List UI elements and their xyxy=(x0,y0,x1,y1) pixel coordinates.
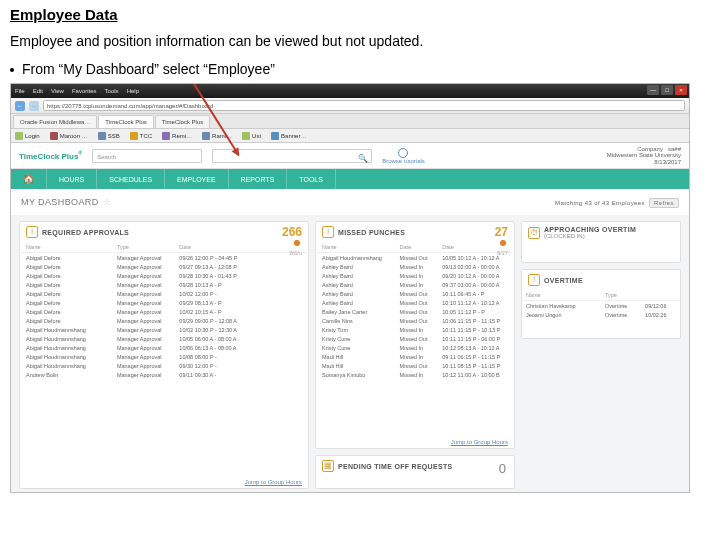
approvals-count: 266 xyxy=(282,225,302,239)
person-icon xyxy=(398,148,408,158)
menu-edit[interactable]: Edit xyxy=(33,88,43,94)
table-row[interactable]: Somanya KimoboMissed In10:12 11:00 A - 1… xyxy=(318,370,512,379)
refresh-button[interactable]: Refres xyxy=(649,198,679,208)
table-row[interactable]: Abigail DeforeManager Approval10/02 10:1… xyxy=(22,307,306,316)
nav-tools[interactable]: TOOLS xyxy=(287,169,336,189)
dashboard-title: MY DASHBOARD xyxy=(21,197,99,207)
screenshot-container: File Edit View Favorites Tools Help — □ … xyxy=(10,83,690,493)
page-title: Employee Data xyxy=(10,6,710,23)
browser-titlebar: File Edit View Favorites Tools Help — □ … xyxy=(11,84,689,98)
dashboard-body: ! REQUIRED APPROVALS 266 8/6/u Name Type… xyxy=(11,215,689,493)
nav-hours[interactable]: HOURS xyxy=(47,169,97,189)
table-row[interactable]: Christian HavekampOvertime09/12:06 xyxy=(522,301,680,311)
card-overtime: ! OVERTIME Name Type Christian HavekampO… xyxy=(521,269,681,339)
tab-oracle[interactable]: Oracle Fusion Middlewa… xyxy=(13,115,97,128)
tab-tcp-1[interactable]: TimeClock Plus xyxy=(98,115,153,128)
bookmark-ust[interactable]: Ust xyxy=(242,132,261,140)
overtime-table: Name Type Christian HavekampOvertime09/1… xyxy=(522,290,680,319)
table-row[interactable]: Ashley BairdMissed Out10:11 06:45 A - P xyxy=(318,289,512,298)
app-header: TimeClock Plus® Search 🔍 Browse tutorial… xyxy=(11,143,689,169)
card-pending: ▦ PENDING TIME OFF REQUESTS 0 xyxy=(315,455,515,489)
approaching-subtitle: (CLOCKED IN) xyxy=(544,233,636,239)
table-row[interactable]: Camille NinsMissed Out10:06 11:15 P - 11… xyxy=(318,316,512,325)
missed-table: Name Date Date Abigail HoudmannshangMiss… xyxy=(318,242,512,379)
table-row[interactable]: Ashley BairdMissed In09/20 10:12 A - 00:… xyxy=(318,271,512,280)
table-row[interactable]: Abigail DeforeManager Approval09/26 12:0… xyxy=(22,253,306,263)
table-row[interactable]: Ashley BairdMissed In09:37 03:00 A - 00:… xyxy=(318,280,512,289)
bookmark-login[interactable]: Login xyxy=(15,132,40,140)
pending-title: PENDING TIME OFF REQUESTS xyxy=(338,463,452,470)
missed-jump-link[interactable]: Jump to Group Hours xyxy=(316,436,514,448)
nav-schedules[interactable]: SCHEDULES xyxy=(97,169,165,189)
back-button[interactable]: ← xyxy=(15,101,25,111)
table-row[interactable]: Madi HillMissed In09:11 06:15 P - 11:15 … xyxy=(318,352,512,361)
table-row[interactable]: Madi HillMissed Out10:11 08:15 P - 11:15… xyxy=(318,361,512,370)
search-icon: 🔍 xyxy=(358,152,368,166)
heat-indicator xyxy=(294,240,300,246)
table-row[interactable]: Abigail DeforeManager Approval09/28 10:1… xyxy=(22,280,306,289)
approvals-table: Name Type Date Abigail DeforeManager App… xyxy=(22,242,306,379)
table-row[interactable]: Abigail DeforeManager Approval09/28 10:3… xyxy=(22,271,306,280)
forward-button[interactable]: → xyxy=(29,101,39,111)
bookmark-remi[interactable]: Remi… xyxy=(162,132,192,140)
menu-tools[interactable]: Tools xyxy=(105,88,119,94)
card-approvals: ! REQUIRED APPROVALS 266 8/6/u Name Type… xyxy=(19,221,309,489)
main-nav: 🏠 HOURS SCHEDULES EMPLOYEE REPORTS TOOLS xyxy=(11,169,689,189)
table-row[interactable]: Abigail DeforeManager Approval09/29 08:1… xyxy=(22,298,306,307)
nav-home[interactable]: 🏠 xyxy=(11,169,47,189)
address-bar: ← → https://20778.tcplusondemand.com/app… xyxy=(11,98,689,114)
card-approaching: ⏱ APPROACHING OVERTIM (CLOCKED IN) xyxy=(521,221,681,263)
pending-count: 0 xyxy=(499,461,506,476)
bookmark-tcc[interactable]: TCC xyxy=(130,132,152,140)
missed-title: MISSED PUNCHES xyxy=(338,229,405,236)
dashboard-header: MY DASHBOARD☆ Matching 43 of 43 Employee… xyxy=(11,189,689,215)
table-row[interactable]: Andrew BolinManager Approval09/11 09:30 … xyxy=(22,370,306,379)
card-missed: ! MISSED PUNCHES 27 8/27 Name Date Date xyxy=(315,221,515,449)
table-row[interactable]: Kristy ConeMissed In10:12 08:13 A - 10:1… xyxy=(318,343,512,352)
menu-file[interactable]: File xyxy=(15,88,25,94)
tab-tcp-2[interactable]: TimeClock Plus xyxy=(155,115,210,128)
table-row[interactable]: Bailey Jane CarterMissed Out10:05 11:12 … xyxy=(318,307,512,316)
table-row[interactable]: Abigail HoudmannshangMissed Out10/05 10:… xyxy=(318,253,512,263)
table-row[interactable]: Abigail HoudmannshangManager Approval10/… xyxy=(22,352,306,361)
bookmark-ssb[interactable]: SSB xyxy=(98,132,120,140)
table-row[interactable]: Abigail DeforeManager Approval09/29 09:0… xyxy=(22,316,306,325)
table-row[interactable]: Abigail DeforeManager Approval10/02 12:0… xyxy=(22,289,306,298)
missed-date: 8/27 xyxy=(497,250,508,256)
browse-tutorials-link[interactable]: Browse tutorials xyxy=(382,148,425,164)
window-close-button[interactable]: × xyxy=(675,85,687,95)
missed-count: 27 xyxy=(495,225,508,239)
bookmarks-bar: Login Maroon … SSB TCC Remi… Rami… Ust B… xyxy=(11,129,689,143)
nav-employee[interactable]: EMPLOYEE xyxy=(165,169,229,189)
table-row[interactable]: Abigail DeforeManager Approval09/27 09:1… xyxy=(22,262,306,271)
table-row[interactable]: Kristy TurnMissed In10:11 11:15 P - 10:1… xyxy=(318,325,512,334)
star-icon[interactable]: ☆ xyxy=(103,197,111,207)
url-field[interactable]: https://20778.tcplusondemand.com/app/man… xyxy=(43,100,685,111)
window-minimize-button[interactable]: — xyxy=(647,85,659,95)
bookmark-maroon[interactable]: Maroon … xyxy=(50,132,88,140)
table-row[interactable]: Ashley BairdMissed In09/13 02:00 A - 00:… xyxy=(318,262,512,271)
overtime-title: OVERTIME xyxy=(544,277,583,284)
table-row[interactable]: Ashley BairdMissed Out10:10 11:12 A - 10… xyxy=(318,298,512,307)
nav-reports[interactable]: REPORTS xyxy=(229,169,288,189)
instruction-bullet: From “My Dashboard” select “Employee” xyxy=(10,61,710,77)
menu-favorites[interactable]: Favorites xyxy=(72,88,97,94)
app-search-left[interactable]: Search xyxy=(92,149,202,163)
table-row[interactable]: Jeoami UngonOvertime10/02:26 xyxy=(522,310,680,319)
approvals-icon: ! xyxy=(26,226,38,238)
company-info: Company sa## Midwestern State University… xyxy=(607,146,681,166)
menu-view[interactable]: View xyxy=(51,88,64,94)
table-row[interactable]: Abigail HoudmannshangManager Approval09/… xyxy=(22,361,306,370)
browser-tabs: Oracle Fusion Middlewa… TimeClock Plus T… xyxy=(11,114,689,129)
window-maximize-button[interactable]: □ xyxy=(661,85,673,95)
calendar-icon: ▦ xyxy=(322,460,334,472)
table-row[interactable]: Abigail HoudmannshangManager Approval10/… xyxy=(22,343,306,352)
table-row[interactable]: Abigail HoudmannshangManager Approval10/… xyxy=(22,334,306,343)
menu-help[interactable]: Help xyxy=(127,88,139,94)
table-row[interactable]: Kristy ConeMissed Out10:11 11:15 P - 06:… xyxy=(318,334,512,343)
bookmark-banner[interactable]: Banner… xyxy=(271,132,306,140)
approvals-jump-link[interactable]: Jump to Group Hours xyxy=(20,476,308,488)
approvals-date: 8/6/u xyxy=(290,250,302,256)
heat-indicator xyxy=(500,240,506,246)
table-row[interactable]: Abigail HoudmannshangManager Approval10/… xyxy=(22,325,306,334)
